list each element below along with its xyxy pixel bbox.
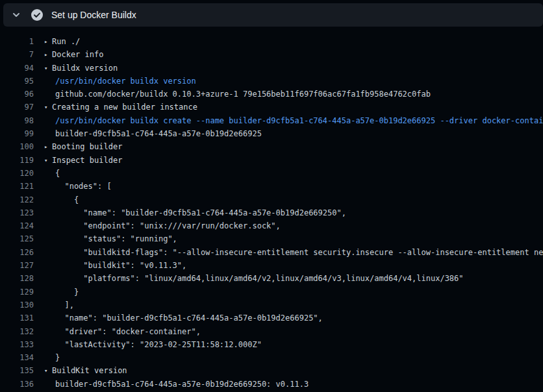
output-text: "name": "builder-d9cfb5a1-c764-445a-a57e… <box>55 312 323 325</box>
line-number[interactable]: 129 <box>0 286 34 299</box>
group-line-content[interactable]: ▸Run ./ <box>44 35 80 48</box>
group-line-content[interactable]: ▾Creating a new builder instance <box>44 101 197 114</box>
output-text: "platforms": "linux/amd64,linux/amd64/v2… <box>55 272 464 285</box>
line-number[interactable]: 121 <box>0 180 34 193</box>
step-set-up-docker-buildx: Set up Docker Buildx 1▸Run ./7▸Docker in… <box>0 3 543 391</box>
line-number[interactable]: 122 <box>0 193 34 206</box>
log-line: 95/usr/bin/docker buildx version <box>0 75 543 88</box>
log-line: 120{ <box>0 167 543 180</box>
command-text: /usr/bin/docker buildx create --name bui… <box>55 114 543 127</box>
group-collapsed-triangle-icon[interactable]: ▸ <box>44 35 52 48</box>
group-expanded-triangle-icon[interactable]: ▾ <box>44 364 52 377</box>
log-line: 122 { <box>0 193 543 206</box>
output-text: } <box>55 351 60 364</box>
log-line: 123 "name": "builder-d9cfb5a1-c764-445a-… <box>0 206 543 219</box>
group-collapsed-triangle-icon[interactable]: ▸ <box>44 48 52 61</box>
line-number[interactable]: 124 <box>0 219 34 232</box>
group-expanded-triangle-icon[interactable]: ▾ <box>44 154 52 167</box>
group-line-content[interactable]: ▸Booting builder <box>44 140 122 153</box>
log-group-line[interactable]: 135▾BuildKit version <box>0 364 543 377</box>
group-label: Booting builder <box>52 140 122 153</box>
line-number[interactable]: 119 <box>0 154 34 167</box>
log-group-line[interactable]: 94▾Buildx version <box>0 62 543 75</box>
check-circle-glyph <box>31 8 44 21</box>
log-line: 128 "platforms": "linux/amd64,linux/amd6… <box>0 272 543 285</box>
line-number[interactable]: 94 <box>0 62 34 75</box>
chevron-down-icon[interactable] <box>7 6 25 24</box>
output-text: builder-d9cfb5a1-c764-445a-a57e-0b19d2e6… <box>55 378 309 391</box>
log-line: 99builder-d9cfb5a1-c764-445a-a57e-0b19d2… <box>0 127 543 140</box>
command-text: /usr/bin/docker buildx version <box>55 75 196 88</box>
output-text: { <box>55 193 79 206</box>
log-line: 98/usr/bin/docker buildx create --name b… <box>0 114 543 127</box>
output-text: "endpoint": "unix:///var/run/docker.sock… <box>55 219 281 232</box>
output-text: "nodes": [ <box>55 180 112 193</box>
line-number[interactable]: 7 <box>0 48 34 61</box>
log-line: 136builder-d9cfb5a1-c764-445a-a57e-0b19d… <box>0 378 543 391</box>
log-group-line[interactable]: 119▾Inspect builder <box>0 154 543 167</box>
step-title: Set up Docker Buildx <box>51 10 136 20</box>
group-label: Run ./ <box>52 35 80 48</box>
line-number[interactable]: 126 <box>0 246 34 259</box>
log-container: 1▸Run ./7▸Docker info94▾Buildx version95… <box>0 27 543 391</box>
output-text: "name": "builder-d9cfb5a1-c764-445a-a57e… <box>55 206 346 219</box>
line-number[interactable]: 125 <box>0 232 34 245</box>
step-header[interactable]: Set up Docker Buildx <box>3 3 543 27</box>
line-number[interactable]: 133 <box>0 338 34 351</box>
log-group-line[interactable]: 97▾Creating a new builder instance <box>0 101 543 114</box>
chevron-down-glyph <box>11 10 21 20</box>
line-number[interactable]: 96 <box>0 88 34 101</box>
line-number[interactable]: 1 <box>0 35 34 48</box>
line-number[interactable]: 136 <box>0 378 34 391</box>
group-label: Docker info <box>52 48 103 61</box>
log-line: 125 "status": "running", <box>0 232 543 245</box>
log-group-line[interactable]: 1▸Run ./ <box>0 35 543 48</box>
log-line: 132 "driver": "docker-container", <box>0 325 543 338</box>
check-circle-icon <box>31 8 44 21</box>
log-line: 134} <box>0 351 543 364</box>
line-number[interactable]: 123 <box>0 206 34 219</box>
line-number[interactable]: 132 <box>0 325 34 338</box>
log-line: 131 "name": "builder-d9cfb5a1-c764-445a-… <box>0 312 543 325</box>
line-number[interactable]: 131 <box>0 312 34 325</box>
log-line: 127 "buildkit": "v0.11.3", <box>0 259 543 272</box>
line-number[interactable]: 127 <box>0 259 34 272</box>
group-line-content[interactable]: ▾BuildKit version <box>44 364 127 377</box>
group-line-content[interactable]: ▾Buildx version <box>44 62 118 75</box>
output-text: { <box>55 167 60 180</box>
group-label: Creating a new builder instance <box>52 101 197 114</box>
output-text: builder-d9cfb5a1-c764-445a-a57e-0b19d2e6… <box>55 127 262 140</box>
output-text: "buildkit": "v0.11.3", <box>55 259 186 272</box>
output-text: github.com/docker/buildx 0.10.3+azure-1 … <box>55 88 431 101</box>
group-collapsed-triangle-icon[interactable]: ▸ <box>44 140 52 153</box>
line-number[interactable]: 98 <box>0 114 34 127</box>
output-text: "driver": "docker-container", <box>55 325 201 338</box>
group-expanded-triangle-icon[interactable]: ▾ <box>44 101 52 114</box>
line-number[interactable]: 95 <box>0 75 34 88</box>
output-text: "status": "running", <box>55 232 177 245</box>
line-number[interactable]: 128 <box>0 272 34 285</box>
group-label: Buildx version <box>52 62 118 75</box>
log-line: 129 } <box>0 286 543 299</box>
group-line-content[interactable]: ▾Inspect builder <box>44 154 122 167</box>
line-number[interactable]: 99 <box>0 127 34 140</box>
log-line: 130 ], <box>0 299 543 312</box>
log-line: 126 "buildkitd-flags": "--allow-insecure… <box>0 246 543 259</box>
group-expanded-triangle-icon[interactable]: ▾ <box>44 62 52 75</box>
output-text: "buildkitd-flags": "--allow-insecure-ent… <box>55 246 543 259</box>
output-text: } <box>55 286 79 299</box>
line-number[interactable]: 134 <box>0 351 34 364</box>
line-number[interactable]: 120 <box>0 167 34 180</box>
line-number[interactable]: 135 <box>0 364 34 377</box>
log-group-line[interactable]: 7▸Docker info <box>0 48 543 61</box>
group-line-content[interactable]: ▸Docker info <box>44 48 103 61</box>
line-number[interactable]: 100 <box>0 140 34 153</box>
group-label: BuildKit version <box>52 364 127 377</box>
log-line: 133 "lastActivity": "2023-02-25T11:58:12… <box>0 338 543 351</box>
group-label: Inspect builder <box>52 154 122 167</box>
log-group-line[interactable]: 100▸Booting builder <box>0 140 543 153</box>
line-number[interactable]: 97 <box>0 101 34 114</box>
line-number[interactable]: 130 <box>0 299 34 312</box>
log-line: 121 "nodes": [ <box>0 180 543 193</box>
log-line: 96github.com/docker/buildx 0.10.3+azure-… <box>0 88 543 101</box>
